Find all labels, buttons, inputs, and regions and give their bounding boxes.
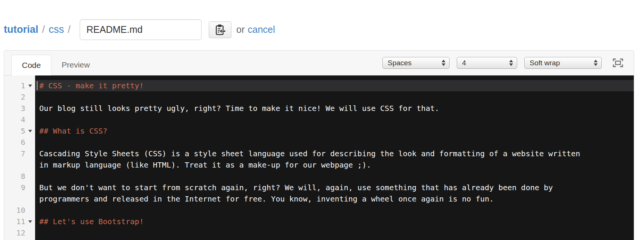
cancel-link[interactable]: cancel [248,24,275,35]
line-number: 1 [21,80,25,91]
gutter-cell: 12 [4,227,35,238]
code-line: 12 [4,227,634,238]
code-line-content[interactable]: Bootstrap is one of the most popular HTM… [35,238,634,240]
fold-arrow-icon[interactable] [28,130,32,132]
indent-mode-value: Spaces [388,59,436,67]
line-number: 5 [21,125,25,137]
select-stepper-icon [509,60,513,66]
line-number: 11 [16,216,25,227]
fold-area [25,238,35,240]
fold-area [25,80,35,91]
breadcrumb-separator: / [42,24,45,35]
line-number: 7 [21,148,25,171]
fold-area [25,182,35,205]
code-line-content[interactable] [35,171,634,182]
fold-area [25,171,35,182]
fold-area [25,91,35,103]
line-number: 8 [21,171,25,182]
code-line-text: ## What is CSS? [39,125,587,137]
gutter-cell: 3 [4,103,35,114]
line-number: 4 [21,114,25,125]
select-stepper-icon [442,60,445,66]
breadcrumb-folder-link[interactable]: css [49,24,64,35]
line-number: 2 [21,91,25,103]
code-line-text: Cascading Style Sheets (CSS) is a style … [39,148,587,171]
fold-area [25,125,35,137]
line-number: 6 [21,137,25,148]
line-number: 9 [21,182,25,205]
code-line: 1# CSS - make it pretty! [4,80,634,91]
code-line: 8 [4,171,634,182]
code-line: 10 [4,205,634,216]
indent-size-value: 4 [462,59,504,67]
breadcrumb-separator: / [68,24,71,35]
fold-arrow-icon[interactable] [28,85,32,87]
code-line-content[interactable]: But we don't want to start from scratch … [35,182,634,205]
gutter-cell: 11 [4,216,35,227]
text-cursor [37,81,38,90]
editor-header: Code Preview Spaces 4 Soft wrap [4,51,634,75]
fold-area [25,114,35,125]
fullscreen-button[interactable] [613,58,623,68]
gutter-cell: 2 [4,91,35,103]
code-line: 4 [4,114,634,125]
filename-input[interactable] [80,19,202,40]
code-line-content[interactable] [35,227,634,238]
fold-area [25,205,35,216]
gutter-cell: 4 [4,114,35,125]
tab-code[interactable]: Code [11,55,51,75]
code-line-content[interactable]: # CSS - make it pretty! [35,80,634,91]
fold-area [25,227,35,238]
fold-area [25,103,35,114]
code-line-text: Our blog still looks pretty ugly, right?… [39,103,587,114]
indent-mode-select[interactable]: Spaces [382,57,450,69]
code-line-content[interactable] [35,137,634,148]
editor-toolbar: Spaces 4 Soft wrap [382,51,623,75]
code-line-content[interactable]: ## What is CSS? [35,125,634,137]
line-number: 13 [16,238,25,240]
fold-area [25,137,35,148]
wrap-mode-select[interactable]: Soft wrap [524,57,602,69]
code-line-content[interactable]: ## Let's use Bootstrap! [35,216,634,227]
gutter-cell: 9 [4,182,35,205]
code-line-content[interactable]: Cascading Style Sheets (CSS) is a style … [35,148,634,171]
editor-tabs: Code Preview [11,51,100,75]
line-number: 12 [16,227,25,238]
code-line-text: ## Let's use Bootstrap! [39,216,587,227]
gutter-cell: 8 [4,171,35,182]
line-number: 10 [16,205,25,216]
gutter-cell: 6 [4,137,35,148]
code-line: 6 [4,137,634,148]
gutter-cell: 7 [4,148,35,171]
code-line-text: But we don't want to start from scratch … [39,182,587,205]
tab-preview[interactable]: Preview [51,55,100,75]
code-line: 7Cascading Style Sheets (CSS) is a style… [4,148,634,171]
fold-area [25,216,35,227]
code-line: 9But we don't want to start from scratch… [4,182,634,205]
clipboard-arrow-icon [214,24,226,36]
or-label: or [236,24,245,35]
gutter-cell: 5 [4,125,35,137]
code-line-content[interactable] [35,205,634,216]
fold-area [25,148,35,171]
code-line: 3Our blog still looks pretty ugly, right… [4,103,634,114]
code-line-text: # CSS - make it pretty! [39,80,587,91]
code-line: 5## What is CSS? [4,125,634,137]
breadcrumb-repo-link[interactable]: tutorial [4,24,39,35]
code-editor-area: 1# CSS - make it pretty!23Our blog still… [4,75,634,240]
file-editor: Code Preview Spaces 4 Soft wrap [4,50,634,240]
line-number: 3 [21,103,25,114]
code-top-padding [4,75,634,80]
fold-arrow-icon[interactable] [28,220,32,223]
breadcrumb: tutorial / css / or cancel [0,0,644,50]
gutter-cell: 1 [4,80,35,91]
indent-size-select[interactable]: 4 [457,57,517,69]
code-line-content[interactable] [35,114,634,125]
select-stepper-icon [594,60,598,66]
code-line: 13Bootstrap is one of the most popular H… [4,238,634,240]
copy-path-button[interactable] [209,22,231,38]
code-line-text: Bootstrap is one of the most popular HTM… [39,238,587,240]
code-line-content[interactable]: Our blog still looks pretty ugly, right?… [35,103,634,114]
wrap-mode-value: Soft wrap [530,59,589,67]
code-line-content[interactable] [35,91,634,103]
